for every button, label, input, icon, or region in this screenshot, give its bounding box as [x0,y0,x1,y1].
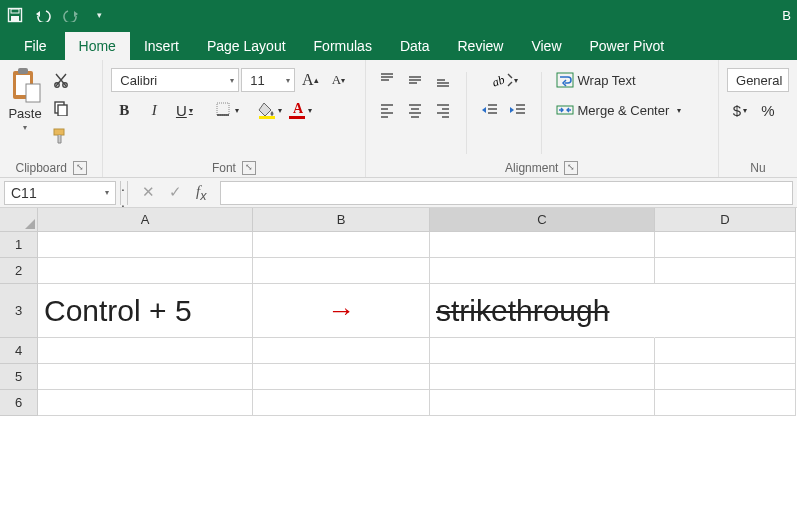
col-header-c[interactable]: C [430,208,655,232]
tab-file[interactable]: File [6,32,65,60]
svg-rect-14 [259,116,275,119]
align-top-icon[interactable] [374,68,400,92]
font-family-select[interactable]: Calibri▾ [111,68,239,92]
align-right-icon[interactable] [430,98,456,122]
svg-rect-12 [217,103,229,115]
cell-d2[interactable] [655,258,796,284]
col-header-a[interactable]: A [38,208,253,232]
percent-icon[interactable]: % [755,98,781,122]
formula-input[interactable] [220,181,793,205]
decrease-font-icon[interactable]: A▾ [325,68,351,92]
insert-function-icon[interactable]: fx [196,183,206,203]
ribbon: Paste ▾ Clipboard⤡ Calibri▾ 11▾ A▴ A▾ B … [0,60,797,178]
cell-d3[interactable] [655,284,796,338]
cell-a5[interactable] [38,364,253,390]
clipboard-group-label: Clipboard [15,161,66,175]
cell-a3[interactable]: Control + 5 [38,284,253,338]
tab-insert[interactable]: Insert [130,32,193,60]
align-center-icon[interactable] [402,98,428,122]
cell-c1[interactable] [430,232,655,258]
cell-c5[interactable] [430,364,655,390]
cell-c2[interactable] [430,258,655,284]
row-header-5[interactable]: 5 [0,364,38,390]
merge-icon [556,102,574,118]
cell-c6[interactable] [430,390,655,416]
cell-a6[interactable] [38,390,253,416]
enter-formula-icon[interactable]: ✓ [169,183,182,203]
increase-indent-icon[interactable] [505,98,531,122]
format-painter-icon[interactable] [48,124,74,148]
cell-d1[interactable] [655,232,796,258]
cell-a4[interactable] [38,338,253,364]
paste-label: Paste [8,106,41,121]
qat-customize-icon[interactable]: ▾ [90,6,108,24]
tab-home[interactable]: Home [65,32,130,60]
align-middle-icon[interactable] [402,68,428,92]
tab-power-pivot[interactable]: Power Pivot [576,32,679,60]
cell-b1[interactable] [253,232,430,258]
increase-font-icon[interactable]: A▴ [297,68,323,92]
underline-button[interactable]: U▾ [171,98,197,122]
font-color-icon[interactable]: A▾ [287,98,313,122]
select-all-corner[interactable] [0,208,38,232]
clipboard-launcher-icon[interactable]: ⤡ [73,161,87,175]
cell-b3[interactable]: → [253,284,430,338]
alignment-launcher-icon[interactable]: ⤡ [564,161,578,175]
svg-rect-6 [26,84,40,102]
borders-icon[interactable]: ▾ [214,98,240,122]
cell-a1[interactable] [38,232,253,258]
cell-d5[interactable] [655,364,796,390]
cancel-formula-icon[interactable]: ✕ [142,183,155,203]
font-size-select[interactable]: 11▾ [241,68,295,92]
cell-b5[interactable] [253,364,430,390]
number-format-select[interactable]: General [727,68,789,92]
ribbon-tabs: File Home Insert Page Layout Formulas Da… [0,30,797,60]
wrap-text-button[interactable]: Wrap Text [552,68,640,92]
undo-icon[interactable] [34,6,52,24]
align-left-icon[interactable] [374,98,400,122]
currency-icon[interactable]: $▾ [727,98,753,122]
row-header-4[interactable]: 4 [0,338,38,364]
merge-center-button[interactable]: Merge & Center▾ [552,98,686,122]
cell-d6[interactable] [655,390,796,416]
formula-bar-resize[interactable]: ··· [120,181,128,205]
window-title: B [782,8,791,23]
cell-b2[interactable] [253,258,430,284]
row-header-3[interactable]: 3 [0,284,38,338]
formula-bar: C11▾ ··· ✕ ✓ fx [0,178,797,208]
tab-page-layout[interactable]: Page Layout [193,32,300,60]
save-icon[interactable] [6,6,24,24]
cell-c3[interactable]: strikethrough [430,284,655,338]
orientation-icon[interactable]: ab▾ [482,68,526,92]
tab-formulas[interactable]: Formulas [300,32,386,60]
cell-d4[interactable] [655,338,796,364]
tab-review[interactable]: Review [444,32,518,60]
cell-b4[interactable] [253,338,430,364]
alignment-group-label: Alignment [505,161,558,175]
tab-data[interactable]: Data [386,32,444,60]
bold-button[interactable]: B [111,98,137,122]
name-box[interactable]: C11▾ [4,181,116,205]
align-bottom-icon[interactable] [430,68,456,92]
cell-c4[interactable] [430,338,655,364]
spreadsheet-grid: A B C D [0,208,797,232]
redo-icon[interactable] [62,6,80,24]
row-header-1[interactable]: 1 [0,232,38,258]
wrap-text-icon [556,72,574,88]
fill-color-icon[interactable]: ▾ [257,98,283,122]
paste-button[interactable]: Paste ▾ [8,64,42,158]
row-header-6[interactable]: 6 [0,390,38,416]
row-header-2[interactable]: 2 [0,258,38,284]
svg-rect-16 [289,116,305,119]
cut-icon[interactable] [48,68,74,92]
col-header-b[interactable]: B [253,208,430,232]
svg-rect-10 [58,105,67,116]
cell-b6[interactable] [253,390,430,416]
italic-button[interactable]: I [141,98,167,122]
cell-a2[interactable] [38,258,253,284]
copy-icon[interactable] [48,96,74,120]
tab-view[interactable]: View [517,32,575,60]
font-launcher-icon[interactable]: ⤡ [242,161,256,175]
col-header-d[interactable]: D [655,208,796,232]
decrease-indent-icon[interactable] [477,98,503,122]
